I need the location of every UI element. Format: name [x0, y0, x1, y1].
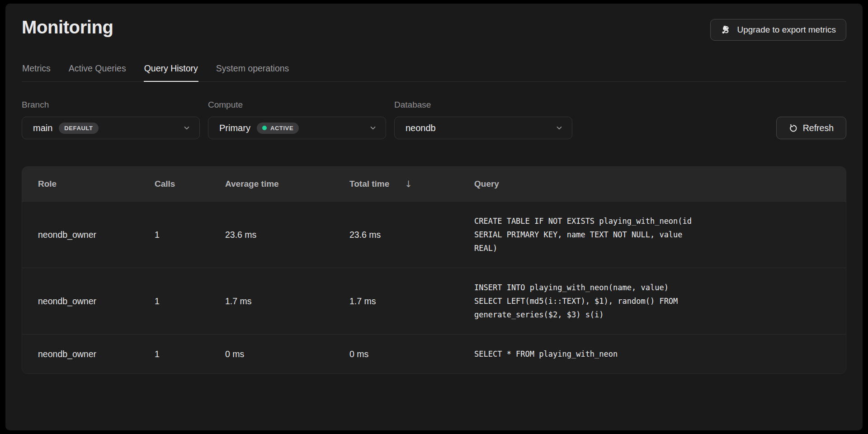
- compute-value: Primary: [219, 123, 250, 133]
- table-row: neondb_owner 1 0 ms 0 ms SELECT * FROM p…: [22, 334, 846, 373]
- active-badge-label: ACTIVE: [270, 125, 293, 132]
- chevron-down-icon: [556, 124, 563, 132]
- branch-value: main: [33, 123, 52, 133]
- page-title: Monitoring: [22, 17, 113, 38]
- column-header-total-time[interactable]: Total time ↓: [349, 179, 474, 189]
- query-cell: INSERT INTO playing_with_neon(name, valu…: [474, 268, 694, 334]
- branch-select[interactable]: main DEFAULT: [22, 117, 200, 139]
- refresh-icon: [789, 124, 797, 132]
- tab-system-operations[interactable]: System operations: [216, 63, 290, 81]
- upgrade-button-label: Upgrade to export metrics: [737, 25, 836, 35]
- calls-cell: 1: [155, 230, 225, 240]
- column-header-calls[interactable]: Calls: [155, 179, 225, 189]
- column-header-role[interactable]: Role: [38, 179, 155, 189]
- refresh-button[interactable]: Refresh: [776, 117, 846, 139]
- monitoring-tabs: Metrics Active Queries Query History Sys…: [22, 63, 846, 82]
- total-time-header-label: Total time: [349, 179, 389, 189]
- calls-cell: 1: [155, 296, 225, 307]
- sort-descending-icon: ↓: [405, 179, 412, 189]
- database-filter: Database neondb: [394, 100, 572, 139]
- table-row: neondb_owner 1 23.6 ms 23.6 ms CREATE TA…: [22, 201, 846, 268]
- role-cell: neondb_owner: [38, 296, 155, 307]
- chevron-down-icon: [369, 124, 377, 132]
- query-cell: CREATE TABLE IF NOT EXISTS playing_with_…: [474, 202, 694, 268]
- role-cell: neondb_owner: [38, 230, 155, 240]
- filter-bar: Branch main DEFAULT Compute Primary ACTI…: [22, 100, 846, 139]
- default-badge: DEFAULT: [59, 123, 98, 134]
- total-time-cell: 1.7 ms: [349, 296, 474, 307]
- compute-select[interactable]: Primary ACTIVE: [208, 117, 386, 139]
- column-header-average-time[interactable]: Average time: [225, 179, 349, 189]
- datadog-dog-icon: [721, 25, 731, 35]
- branch-label: Branch: [22, 100, 200, 110]
- table-header-row: Role Calls Average time Total time ↓ Que…: [22, 167, 846, 201]
- branch-filter: Branch main DEFAULT: [22, 100, 200, 139]
- table-row: neondb_owner 1 1.7 ms 1.7 ms INSERT INTO…: [22, 268, 846, 334]
- chevron-down-icon: [183, 124, 190, 132]
- upgrade-to-export-metrics-button[interactable]: Upgrade to export metrics: [710, 19, 846, 41]
- active-status-dot-icon: [262, 126, 267, 130]
- compute-filter: Compute Primary ACTIVE: [208, 100, 386, 139]
- active-badge: ACTIVE: [257, 123, 299, 134]
- total-time-cell: 23.6 ms: [349, 230, 474, 240]
- query-cell: SELECT * FROM playing_with_neon: [474, 335, 694, 373]
- column-header-query[interactable]: Query: [474, 179, 832, 189]
- monitoring-page: Monitoring Upgrade to export metrics Met…: [5, 4, 863, 430]
- database-label: Database: [394, 100, 572, 110]
- average-time-cell: 1.7 ms: [225, 296, 349, 307]
- query-history-table: Role Calls Average time Total time ↓ Que…: [22, 166, 846, 374]
- database-value: neondb: [406, 123, 436, 133]
- tab-metrics[interactable]: Metrics: [22, 63, 51, 81]
- tab-query-history[interactable]: Query History: [144, 63, 198, 82]
- refresh-button-label: Refresh: [803, 123, 834, 133]
- role-cell: neondb_owner: [38, 349, 155, 359]
- database-select[interactable]: neondb: [394, 117, 572, 139]
- average-time-cell: 0 ms: [225, 349, 349, 359]
- page-header: Monitoring Upgrade to export metrics: [22, 17, 846, 41]
- total-time-cell: 0 ms: [349, 349, 474, 359]
- calls-cell: 1: [155, 349, 225, 359]
- tab-active-queries[interactable]: Active Queries: [68, 63, 127, 81]
- compute-label: Compute: [208, 100, 386, 110]
- average-time-cell: 23.6 ms: [225, 230, 349, 240]
